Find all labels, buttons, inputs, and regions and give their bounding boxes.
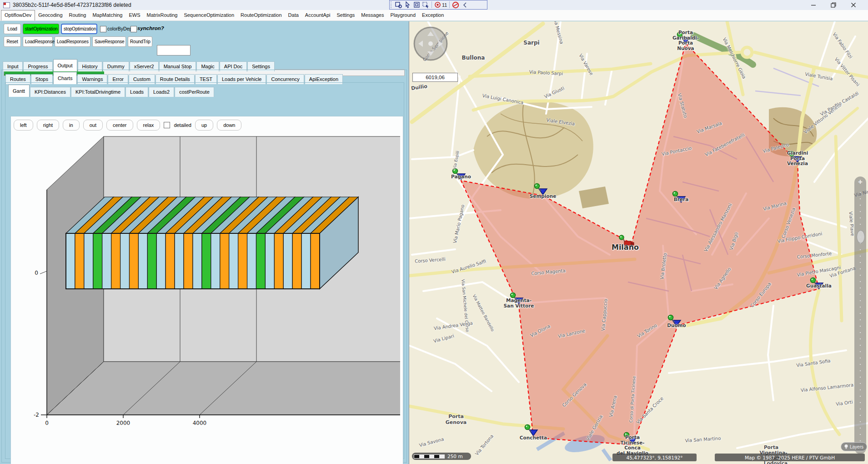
pin-label-porta-garibaldi-porta-nuova: Porta [656,30,715,35]
restore-button[interactable] [823,0,843,10]
zoom-in-icon[interactable]: + [854,177,866,187]
roundtrip-button[interactable]: RoundTrip [128,36,152,47]
close-button[interactable] [843,0,863,10]
center-coordinates: 45,477323°, 9,158192° [612,454,697,461]
tab-kpi-totaldrivingtime[interactable]: KPI:TotalDrivingtime [71,87,125,97]
gantt-stripe [93,233,102,289]
gantt-stripe [147,233,156,289]
debug-toolbar: 11 [389,0,487,10]
gantt-stripe [66,233,75,289]
pin-label-magenta-san-vittore: Magenta- [489,298,548,303]
processes-icon[interactable] [395,1,402,8]
gantt-stripe [175,233,184,289]
pin-label-conchetta: Conchetta [504,435,563,441]
gantt-stripe [130,233,139,289]
gantt-stripe [238,233,247,289]
menu-item-routeoptimization[interactable]: RouteOptimization [237,10,285,20]
gantt-stripe [138,233,147,289]
control-panel: Load startOptimization stopOptimization … [0,21,408,464]
layers-label: Layers [850,444,863,449]
stop-optimization-button[interactable]: stopOptimization [61,24,97,34]
collapse-chevron-icon[interactable] [461,1,468,8]
menu-item-playground[interactable]: Playground [387,10,419,20]
load-button[interactable]: Load [4,24,21,34]
pushpin-icon [668,315,673,320]
pushpin-icon [673,192,678,197]
menu-item-geocoding[interactable]: Geocoding [35,10,65,20]
tab-gantt[interactable]: Gantt [8,85,30,97]
free-text-input[interactable] [157,45,191,55]
synchron-checkbox[interactable] [130,26,137,32]
menu-item-mapmatching[interactable]: MapMatching [89,10,125,20]
zoom-knob[interactable] [857,230,865,243]
stop-icon[interactable] [452,1,459,8]
gantt-stripe [111,233,120,289]
pin-label-giardini-porta-venezia: Giardini [768,151,827,156]
gantt-stripe [120,233,130,289]
pin-label-magenta-san-vittore: San Vittore [489,303,548,309]
cursor-icon[interactable] [404,1,411,8]
gantt-stripe [283,233,292,289]
window-title: 38035b2c-511f-4e5d-85ef-472371823f86 del… [13,2,131,8]
menu-item-ews[interactable]: EWS [125,10,143,20]
gantt-stripe [156,233,166,289]
tab-kpi-distances[interactable]: KPI:Distances [30,87,70,97]
loadresponse-button[interactable]: LoadResponse [23,36,53,47]
gantt-stripe [202,233,211,289]
menu-item-settings[interactable]: Settings [334,10,358,20]
toolbar-grip-icon[interactable] [391,1,393,8]
start-optimization-button[interactable]: startOptimization [23,24,59,34]
map-panel[interactable]: PortaGaribaldi-PortaNuovaGiardiniPortaVe… [409,21,868,464]
select-frame-icon[interactable] [422,1,429,8]
pin-label-porta-garibaldi-porta-nuova: Nuova [656,46,715,51]
frame-icon[interactable] [413,1,420,8]
map-pan-control[interactable] [413,26,448,61]
tab-loads[interactable]: Loads [125,87,148,97]
x-tick-label: 4000 [193,420,207,426]
menu-item-routing[interactable]: Routing [66,10,90,20]
zoom-ticks [860,192,861,442]
map-zoom-slider[interactable]: + [854,177,866,454]
menu-item-matrixrouting[interactable]: MatrixRouting [144,10,181,20]
record-icon[interactable] [434,1,441,8]
street-label: Sarpi [523,40,539,46]
menu-item-sequenceoptimization[interactable]: SequenceOptimization [181,10,237,20]
reset-button[interactable]: Reset [4,36,21,47]
pin-label-guastalla: Guastalla [789,283,848,289]
toolbar-separator [449,1,450,8]
layers-button[interactable]: Layers [841,442,867,451]
gantt-stripe [229,233,238,289]
measure-value-box[interactable]: 6019,06 [412,73,458,82]
tab-loads2[interactable]: Loads2 [149,87,174,97]
window-controls [803,0,863,10]
menu-item-accountapi[interactable]: AccountApi [302,10,334,20]
gantt-stripe [166,233,175,289]
tab-output[interactable]: Output [53,59,77,71]
gantt-stripe [274,233,283,289]
minimize-button[interactable] [803,0,823,10]
record-count: 11 [442,2,447,8]
gantt-stripe [102,233,111,289]
gantt-stripe [211,233,220,289]
menu-bar: OptiflowDevGeocodingRoutingMapMatchingEW… [0,10,868,21]
menu-item-optiflowdev[interactable]: OptiflowDev [1,10,35,20]
scale-bar-dashes [414,454,445,459]
pushpin-icon [511,293,516,298]
tab-charts[interactable]: Charts [53,72,77,84]
app-window: 38035b2c-511f-4e5d-85ef-472371823f86 del… [0,0,868,464]
tab-costperroute[interactable]: costPerRoute [175,87,214,97]
saveresponse-button[interactable]: SaveResponse [92,36,126,47]
gantt-stripe [193,233,202,289]
x-tick-label: 0 [45,420,49,426]
menu-item-messages[interactable]: Messages [358,10,387,20]
pushpin-icon [525,425,530,430]
gantt-stripe [75,233,84,289]
menu-item-data[interactable]: Data [285,10,302,20]
menu-item-exception[interactable]: Exception [419,10,447,20]
city-label: Milano [612,243,639,252]
street-label: Porta [764,444,778,450]
pin-label-brera: Brera [652,197,711,202]
color-by-depot-checkbox[interactable] [100,26,106,32]
y-tick-label-0: 0 [35,270,38,276]
loadresponses-button[interactable]: LoadResponses [55,36,90,47]
